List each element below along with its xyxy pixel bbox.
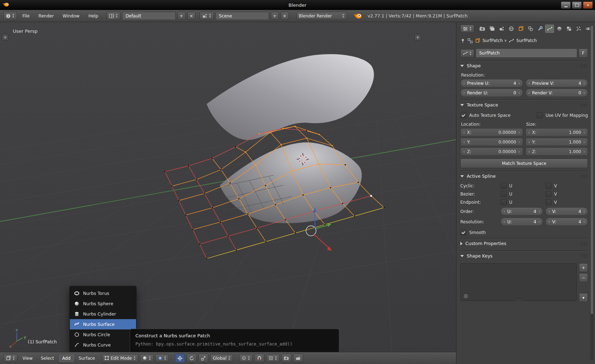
decrement-icon[interactable]: ‹	[463, 140, 465, 144]
panel-header-custom-properties[interactable]: Custom Properties	[460, 239, 588, 248]
increment-icon[interactable]: ›	[538, 209, 540, 214]
minimize-button[interactable]	[561, 1, 571, 9]
menu-item-nurbs-circle[interactable]: Nurbs Circle	[70, 329, 136, 340]
panel-grip-icon[interactable]	[580, 103, 588, 107]
screen-layout-name-field[interactable]: Default	[122, 12, 176, 20]
window-menu[interactable]: Window	[59, 12, 83, 20]
view-menu[interactable]: View	[19, 355, 36, 362]
delete-screen-layout-button[interactable]: ×	[187, 12, 196, 20]
delete-scene-button[interactable]: ×	[281, 12, 289, 20]
preview-v-field[interactable]: ‹ Preview V: 4 ›	[526, 79, 588, 87]
breadcrumb-data-name[interactable]: SurfPatch	[516, 38, 537, 43]
tab-material[interactable]	[555, 25, 564, 33]
texspace-size-z-field[interactable]: ‹ Z: 1.000 ›	[526, 147, 588, 156]
editor-type-button-info[interactable]	[3, 12, 17, 20]
panel-grip-icon[interactable]	[580, 254, 588, 258]
nurbs-edit-surface[interactable]	[220, 142, 362, 223]
region-expand-tab-left[interactable]: +	[2, 34, 9, 41]
auto-texture-space-checkbox[interactable]	[460, 112, 466, 118]
viewport-shading-dropdown[interactable]	[140, 354, 154, 362]
tab-particles[interactable]	[574, 25, 583, 33]
close-button[interactable]: ×	[583, 1, 593, 9]
decrement-icon[interactable]: ‹	[463, 91, 465, 95]
increment-icon[interactable]: ›	[583, 140, 585, 144]
decrement-icon[interactable]: ‹	[528, 150, 530, 154]
snap-toggle-button[interactable]	[254, 354, 264, 363]
decrement-icon[interactable]: ‹	[463, 130, 465, 135]
increment-icon[interactable]: ›	[538, 220, 540, 224]
tab-texture[interactable]	[564, 25, 573, 33]
menu-item-nurbs-torus[interactable]: Nurbs Torus	[70, 288, 136, 298]
panel-header-texture-space[interactable]: Texture Space	[460, 100, 588, 109]
render-v-field[interactable]: ‹ Render V: 0 ›	[526, 89, 588, 97]
order-v-field[interactable]: ‹ V: 4 ›	[545, 207, 588, 215]
breadcrumb-object-name[interactable]: SurfPatch	[482, 38, 503, 43]
decrement-icon[interactable]: ‹	[503, 209, 505, 214]
opengl-render-anim-button[interactable]	[293, 354, 303, 363]
render-u-field[interactable]: ‹ Render U: 0 ›	[460, 89, 523, 97]
pivot-center-dropdown[interactable]	[155, 354, 169, 362]
add-shape-key-button[interactable]: +	[579, 263, 588, 272]
opengl-render-button[interactable]	[281, 354, 291, 363]
editor-type-button-3dview[interactable]	[4, 354, 17, 362]
manipulator-scale-button[interactable]	[198, 354, 208, 363]
remove-shape-key-button[interactable]: −	[579, 273, 588, 282]
bezier-u-checkbox[interactable]	[501, 191, 507, 197]
decrement-icon[interactable]: ‹	[463, 150, 465, 154]
decrement-icon[interactable]: ‹	[503, 220, 505, 224]
tab-render[interactable]	[478, 25, 487, 33]
tab-object[interactable]	[516, 25, 525, 33]
tab-constraints[interactable]	[526, 25, 535, 33]
properties-scrollbar[interactable]	[590, 25, 594, 360]
increment-icon[interactable]: ›	[518, 150, 520, 154]
manipulator-translate-button[interactable]	[175, 354, 185, 363]
add-screen-layout-button[interactable]: +	[177, 12, 186, 20]
menu-item-nurbs-cylinder[interactable]: Nurbs Cylinder	[70, 309, 136, 319]
proportional-editing-dropdown[interactable]	[239, 354, 253, 362]
texspace-location-x-field[interactable]: ‹ X: 0.00000 ›	[460, 128, 523, 136]
menu-item-nurbs-sphere[interactable]: Nurbs Sphere	[70, 298, 136, 309]
3d-viewport[interactable]: User Persp + + (1) SurfPatch z y x Nurbs…	[0, 22, 456, 364]
scene-type-button[interactable]	[200, 12, 214, 20]
bezier-v-checkbox[interactable]	[545, 191, 552, 197]
increment-icon[interactable]: ›	[583, 150, 585, 154]
texspace-size-y-field[interactable]: ‹ Y: 1.000 ›	[526, 138, 588, 146]
resolution-v-field[interactable]: ‹ V: 4 ›	[545, 218, 588, 226]
smooth-checkbox[interactable]	[460, 229, 466, 235]
texspace-location-y-field[interactable]: ‹ Y: 0.00000 ›	[460, 138, 523, 146]
tab-world[interactable]	[507, 25, 516, 33]
endpoint-v-checkbox[interactable]	[545, 199, 552, 205]
scene-name-field[interactable]: Scene	[216, 12, 269, 20]
preview-u-field[interactable]: ‹ Preview U: 4 ›	[460, 79, 523, 87]
increment-icon[interactable]: ›	[583, 91, 585, 95]
use-uv-for-mapping-checkbox[interactable]	[537, 112, 543, 118]
increment-icon[interactable]: ›	[583, 220, 585, 224]
orientation-dropdown[interactable]: Global	[210, 354, 233, 362]
fake-user-button[interactable]: F	[579, 48, 588, 58]
tab-modifiers[interactable]	[536, 25, 544, 33]
increment-icon[interactable]: ›	[518, 91, 520, 95]
maximize-button[interactable]	[572, 1, 582, 9]
tab-object-data[interactable]	[545, 25, 554, 33]
panel-header-shape[interactable]: Shape	[460, 61, 588, 70]
endpoint-u-checkbox[interactable]	[501, 199, 507, 205]
menu-item-nurbs-curve[interactable]: Nurbs Curve	[70, 340, 136, 350]
order-u-field[interactable]: ‹ U: 4 ›	[501, 207, 543, 215]
scrollbar-thumb[interactable]	[591, 26, 593, 314]
decrement-icon[interactable]: ‹	[528, 130, 530, 135]
help-menu[interactable]: Help	[85, 12, 102, 20]
list-filter-icon[interactable]	[464, 294, 468, 298]
render-menu[interactable]: Render	[35, 12, 57, 20]
surface-menu[interactable]: Surface	[76, 355, 98, 362]
panel-header-active-spline[interactable]: Active Spline	[460, 171, 588, 181]
add-menu-button[interactable]: Add	[59, 355, 74, 362]
resolution-u-field[interactable]: ‹ U: 4 ›	[501, 218, 543, 226]
snap-element-dropdown[interactable]	[266, 354, 280, 362]
datablock-icon[interactable]	[467, 38, 473, 43]
decrement-icon[interactable]: ‹	[528, 140, 530, 144]
decrement-icon[interactable]: ‹	[528, 91, 530, 95]
panel-grip-icon[interactable]	[580, 175, 588, 178]
increment-icon[interactable]: ›	[518, 140, 520, 144]
increment-icon[interactable]: ›	[583, 209, 585, 214]
render-engine-dropdown[interactable]: Blender Render	[296, 12, 347, 20]
